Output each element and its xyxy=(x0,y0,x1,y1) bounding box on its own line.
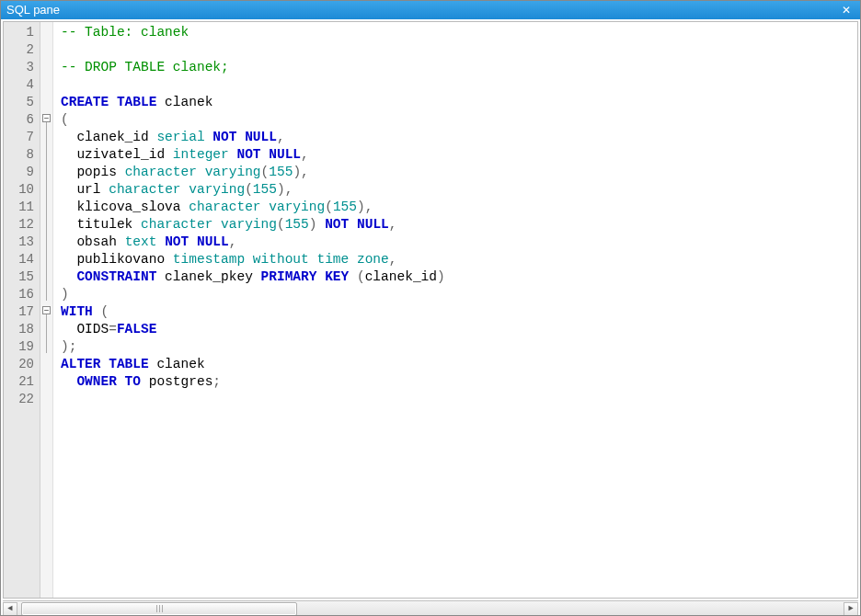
code-line[interactable] xyxy=(61,41,854,59)
code-line[interactable]: titulek character varying(155) NOT NULL, xyxy=(61,216,854,234)
code-line[interactable]: ); xyxy=(61,338,854,356)
code-line[interactable]: uzivatel_id integer NOT NULL, xyxy=(61,146,854,164)
line-number: 8 xyxy=(6,146,34,164)
line-number: 22 xyxy=(6,391,34,408)
line-number: 2 xyxy=(6,41,34,59)
code-line[interactable]: ALTER TABLE clanek xyxy=(61,356,854,373)
fold-slot xyxy=(40,74,52,92)
code-line[interactable]: WITH ( xyxy=(61,303,854,321)
line-number: 20 xyxy=(6,356,34,373)
window-title: SQL pane xyxy=(6,1,60,19)
fold-toggle-icon[interactable]: − xyxy=(42,306,51,314)
fold-slot xyxy=(40,57,52,74)
fold-guide xyxy=(46,314,47,353)
line-number: 18 xyxy=(6,321,34,338)
horizontal-scrollbar[interactable]: ◄ ► xyxy=(3,600,858,616)
line-number: 21 xyxy=(6,373,34,391)
fold-toggle-icon[interactable]: − xyxy=(42,114,51,122)
scrollbar-thumb[interactable] xyxy=(21,602,297,616)
fold-slot xyxy=(40,40,52,57)
line-number: 6 xyxy=(6,111,34,129)
code-line[interactable]: klicova_slova character varying(155), xyxy=(61,199,854,216)
code-line[interactable]: publikovano timestamp without time zone, xyxy=(61,251,854,268)
fold-slot xyxy=(40,92,52,109)
line-number: 12 xyxy=(6,216,34,234)
line-number: 5 xyxy=(6,94,34,111)
sql-editor[interactable]: 12345678910111213141516171819202122 −− -… xyxy=(3,21,858,599)
code-line[interactable]: CREATE TABLE clanek xyxy=(61,94,854,111)
scroll-right-arrow-icon[interactable]: ► xyxy=(844,602,858,616)
line-number: 16 xyxy=(6,286,34,303)
line-number-gutter: 12345678910111213141516171819202122 xyxy=(4,22,40,598)
code-line[interactable]: ( xyxy=(61,111,854,129)
line-number: 19 xyxy=(6,338,34,356)
line-number: 10 xyxy=(6,181,34,199)
window-titlebar[interactable]: SQL pane ✕ xyxy=(1,1,860,19)
line-number: 7 xyxy=(6,129,34,146)
line-number: 1 xyxy=(6,24,34,41)
line-number: 17 xyxy=(6,303,34,321)
line-number: 4 xyxy=(6,76,34,94)
line-number: 14 xyxy=(6,251,34,268)
line-number: 3 xyxy=(6,59,34,76)
fold-slot xyxy=(40,354,52,371)
line-number: 13 xyxy=(6,234,34,251)
code-line[interactable]: OIDS=FALSE xyxy=(61,321,854,338)
code-area[interactable]: -- Table: clanek-- DROP TABLE clanek;CRE… xyxy=(53,22,857,598)
code-line[interactable] xyxy=(61,391,854,408)
fold-slot xyxy=(40,389,52,406)
fold-slot xyxy=(40,22,52,40)
scroll-left-arrow-icon[interactable]: ◄ xyxy=(3,602,17,616)
line-number: 11 xyxy=(6,199,34,216)
line-number: 15 xyxy=(6,268,34,286)
code-line[interactable]: popis character varying(155), xyxy=(61,164,854,181)
code-line[interactable]: ) xyxy=(61,286,854,303)
code-line[interactable]: OWNER TO postgres; xyxy=(61,373,854,391)
code-line[interactable]: obsah text NOT NULL, xyxy=(61,234,854,251)
fold-column: −− xyxy=(40,22,53,598)
code-line[interactable]: url character varying(155), xyxy=(61,181,854,199)
line-number: 9 xyxy=(6,164,34,181)
code-line[interactable]: -- DROP TABLE clanek; xyxy=(61,59,854,76)
code-line[interactable]: CONSTRAINT clanek_pkey PRIMARY KEY (clan… xyxy=(61,268,854,286)
code-line[interactable]: clanek_id serial NOT NULL, xyxy=(61,129,854,146)
code-line[interactable]: -- Table: clanek xyxy=(61,24,854,41)
scrollbar-track[interactable] xyxy=(17,602,844,616)
close-icon[interactable]: ✕ xyxy=(838,1,855,19)
fold-slot xyxy=(40,371,52,389)
fold-guide xyxy=(46,122,47,301)
code-line[interactable] xyxy=(61,76,854,94)
